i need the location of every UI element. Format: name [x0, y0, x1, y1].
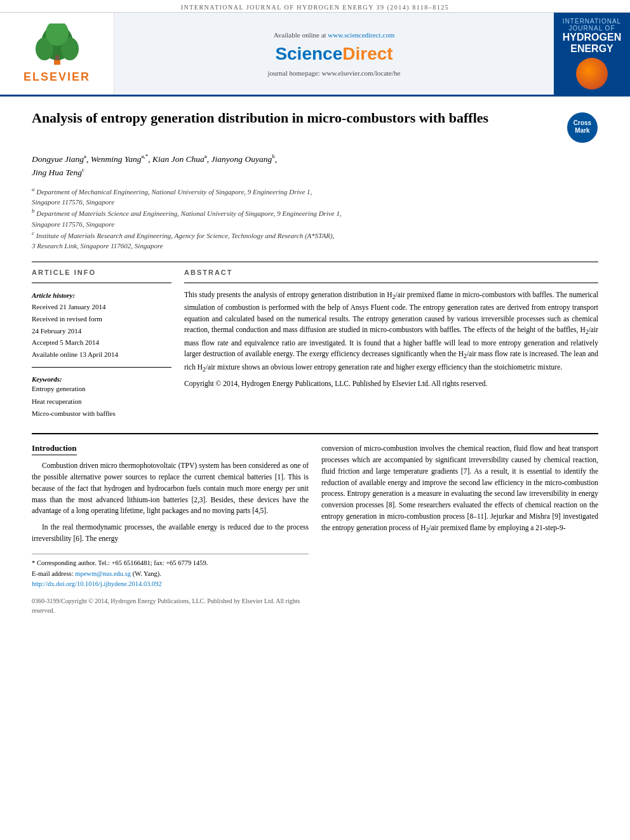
author-2: Wenming Yang: [91, 154, 142, 164]
footnote-area: * Corresponding author. Tel.: +65 651664…: [32, 554, 309, 590]
history-label: Article history:: [32, 290, 171, 302]
journal-title-text: International Journal of Hydrogen Energy…: [181, 4, 450, 11]
journal-badge: International Journal of HYDROGENENERGY: [559, 18, 625, 90]
doi-line: http://dx.doi.org/10.1016/j.ijhydene.201…: [32, 579, 309, 590]
authors-section: Dongyue Jianga, Wenming Yanga,*, Kian Jo…: [32, 152, 598, 179]
journal-homepage: journal homepage: www.elsevier.com/locat…: [268, 69, 401, 77]
abstract-text: This study presents the analysis of entr…: [184, 290, 598, 375]
keywords-list: Entropy generation Heat recuperation Mic…: [32, 383, 171, 420]
affiliation-b: b Department of Materials Science and En…: [32, 207, 598, 229]
journal-header: International Journal of Hydrogen Energy…: [0, 0, 630, 13]
elsevier-logo-area: ELSEVIER: [0, 13, 114, 95]
revised-date: 24 February 2014: [32, 325, 171, 337]
abstract-heading: Abstract: [184, 269, 598, 276]
crossmark-logo[interactable]: Cross Mark: [566, 112, 598, 143]
email-line: E-mail address: mpewm@nus.edu.sg (W. Yan…: [32, 569, 309, 580]
doi-link[interactable]: http://dx.doi.org/10.1016/j.ijhydene.201…: [32, 580, 162, 587]
badge-circle-icon: [576, 58, 608, 90]
affiliations-section: a Department of Mechanical Engineering, …: [32, 185, 598, 251]
body-right-column: conversion of micro-combustion involves …: [321, 443, 598, 615]
main-content: Analysis of entropy generation distribut…: [0, 97, 630, 628]
keywords-section: Keywords: Entropy generation Heat recupe…: [32, 375, 171, 420]
right-paragraph-1: conversion of micro-combustion involves …: [321, 443, 598, 535]
author-1: Dongyue Jiang: [32, 154, 84, 164]
svg-text:Cross: Cross: [573, 119, 592, 126]
footer-bar: 0360-3199/Copyright © 2014, Hydrogen Ene…: [32, 596, 309, 615]
svg-rect-5: [55, 55, 59, 60]
journal-badge-area: International Journal of HYDROGENENERGY: [554, 13, 630, 95]
intro-paragraph-2: In the real thermodynamic processes, the…: [32, 522, 309, 545]
info-abstract-section: Article Info Article history: Received 2…: [32, 269, 598, 421]
copyright-text: Copyright © 2014, Hydrogen Energy Public…: [184, 378, 598, 390]
elsevier-tree-icon: [32, 23, 83, 68]
elsevier-wordmark: ELSEVIER: [23, 70, 90, 84]
svg-text:Mark: Mark: [575, 127, 590, 134]
sciencedirect-url[interactable]: www.sciencedirect.com: [328, 31, 394, 39]
keywords-divider: [32, 367, 171, 368]
article-history: Article history: Received 21 January 201…: [32, 290, 171, 361]
available-online-text: Available online at www.sciencedirect.co…: [274, 31, 395, 39]
divider-1: [32, 262, 598, 262]
body-content: Introduction Combustion driven micro the…: [32, 443, 598, 615]
corresponding-author-note: * Corresponding author. Tel.: +65 651664…: [32, 558, 309, 569]
abstract-divider: [184, 283, 598, 283]
keywords-label: Keywords:: [32, 375, 171, 383]
keyword-1: Entropy generation: [32, 383, 171, 396]
badge-title-text: HYDROGENENERGY: [559, 32, 625, 54]
author-5: Jing Hua Teng: [32, 167, 82, 177]
article-title-area: Analysis of entropy generation distribut…: [32, 109, 598, 143]
section-divider: [32, 433, 598, 434]
keyword-2: Heat recuperation: [32, 396, 171, 408]
accepted-date: Accepted 5 March 2014: [32, 337, 171, 349]
article-title: Analysis of entropy generation distribut…: [32, 109, 554, 128]
affiliation-a: a Department of Mechanical Engineering, …: [32, 185, 598, 208]
abstract-column: Abstract This study presents the analysi…: [184, 269, 598, 421]
author-3: Kian Jon Chua: [152, 154, 204, 164]
sciencedirect-area: Available online at www.sciencedirect.co…: [114, 13, 554, 95]
revised-label: Received in revised form: [32, 313, 171, 325]
available-date: Available online 13 April 2014: [32, 349, 171, 361]
elsevier-logo: ELSEVIER: [23, 23, 90, 84]
article-info-heading: Article Info: [32, 269, 171, 276]
article-info-column: Article Info Article history: Received 2…: [32, 269, 171, 421]
badge-hydrogen-text: International Journal of: [559, 18, 625, 32]
keyword-3: Micro-combustor with baffles: [32, 408, 171, 420]
intro-paragraph-1: Combustion driven micro thermophotovolta…: [32, 460, 309, 517]
affiliation-c: c Institute of Materials Research and En…: [32, 229, 598, 251]
info-divider: [32, 283, 171, 283]
crossmark-icon: Cross Mark: [566, 112, 598, 143]
body-left-column: Introduction Combustion driven micro the…: [32, 443, 309, 615]
email-link[interactable]: mpewm@nus.edu.sg: [75, 570, 131, 577]
received-date: Received 21 January 2014: [32, 301, 171, 313]
introduction-heading: Introduction: [32, 443, 77, 455]
sciencedirect-logo: ScienceDirect: [275, 44, 392, 64]
top-banner: ELSEVIER Available online at www.science…: [0, 13, 630, 97]
author-4: Jianyong Ouyang: [211, 154, 272, 164]
